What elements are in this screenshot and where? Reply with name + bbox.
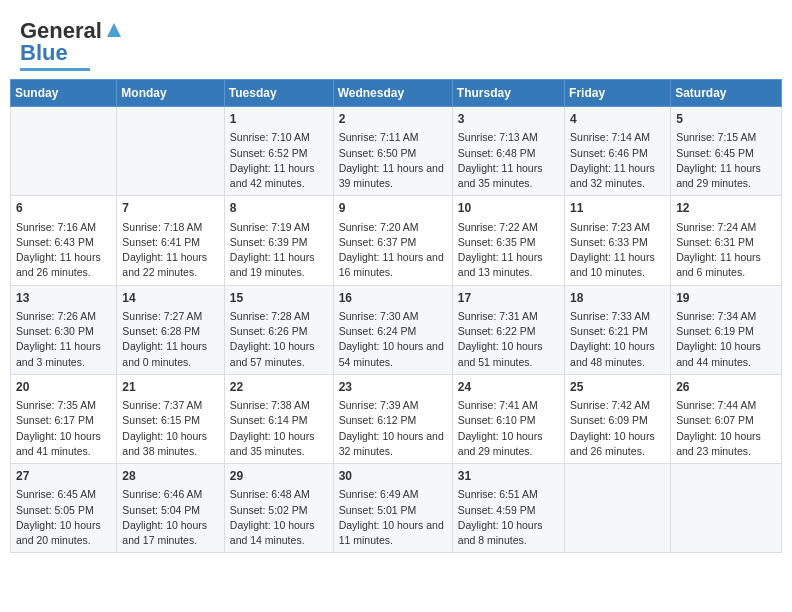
day-info: Sunrise: 7:26 AMSunset: 6:30 PMDaylight:… — [16, 309, 111, 370]
calendar-cell: 31Sunrise: 6:51 AMSunset: 4:59 PMDayligh… — [452, 464, 564, 553]
day-number: 21 — [122, 379, 218, 396]
calendar-cell: 29Sunrise: 6:48 AMSunset: 5:02 PMDayligh… — [224, 464, 333, 553]
day-of-week-header: Monday — [117, 80, 224, 107]
day-info: Sunrise: 7:34 AMSunset: 6:19 PMDaylight:… — [676, 309, 776, 370]
day-of-week-header: Friday — [565, 80, 671, 107]
calendar-cell: 5Sunrise: 7:15 AMSunset: 6:45 PMDaylight… — [671, 107, 782, 196]
day-number: 3 — [458, 111, 559, 128]
calendar-cell: 30Sunrise: 6:49 AMSunset: 5:01 PMDayligh… — [333, 464, 452, 553]
day-info: Sunrise: 7:18 AMSunset: 6:41 PMDaylight:… — [122, 220, 218, 281]
calendar-cell: 8Sunrise: 7:19 AMSunset: 6:39 PMDaylight… — [224, 196, 333, 285]
day-number: 19 — [676, 290, 776, 307]
day-number: 29 — [230, 468, 328, 485]
day-number: 23 — [339, 379, 447, 396]
day-number: 16 — [339, 290, 447, 307]
day-info: Sunrise: 7:39 AMSunset: 6:12 PMDaylight:… — [339, 398, 447, 459]
day-info: Sunrise: 7:20 AMSunset: 6:37 PMDaylight:… — [339, 220, 447, 281]
day-info: Sunrise: 7:16 AMSunset: 6:43 PMDaylight:… — [16, 220, 111, 281]
calendar-cell: 23Sunrise: 7:39 AMSunset: 6:12 PMDayligh… — [333, 374, 452, 463]
calendar-cell: 10Sunrise: 7:22 AMSunset: 6:35 PMDayligh… — [452, 196, 564, 285]
day-number: 15 — [230, 290, 328, 307]
day-number: 22 — [230, 379, 328, 396]
logo-arrow-icon — [103, 19, 125, 41]
day-info: Sunrise: 7:33 AMSunset: 6:21 PMDaylight:… — [570, 309, 665, 370]
calendar-cell: 28Sunrise: 6:46 AMSunset: 5:04 PMDayligh… — [117, 464, 224, 553]
logo: General Blue — [20, 18, 125, 71]
calendar-cell: 9Sunrise: 7:20 AMSunset: 6:37 PMDaylight… — [333, 196, 452, 285]
day-info: Sunrise: 7:35 AMSunset: 6:17 PMDaylight:… — [16, 398, 111, 459]
day-number: 11 — [570, 200, 665, 217]
day-info: Sunrise: 7:22 AMSunset: 6:35 PMDaylight:… — [458, 220, 559, 281]
day-info: Sunrise: 7:19 AMSunset: 6:39 PMDaylight:… — [230, 220, 328, 281]
svg-marker-0 — [107, 23, 121, 37]
calendar-cell — [11, 107, 117, 196]
day-number: 28 — [122, 468, 218, 485]
day-info: Sunrise: 7:41 AMSunset: 6:10 PMDaylight:… — [458, 398, 559, 459]
day-number: 6 — [16, 200, 111, 217]
day-number: 2 — [339, 111, 447, 128]
calendar-cell: 7Sunrise: 7:18 AMSunset: 6:41 PMDaylight… — [117, 196, 224, 285]
day-number: 31 — [458, 468, 559, 485]
calendar-table: SundayMondayTuesdayWednesdayThursdayFrid… — [10, 79, 782, 553]
day-info: Sunrise: 7:30 AMSunset: 6:24 PMDaylight:… — [339, 309, 447, 370]
day-number: 27 — [16, 468, 111, 485]
day-info: Sunrise: 7:10 AMSunset: 6:52 PMDaylight:… — [230, 130, 328, 191]
logo-blue: Blue — [20, 40, 68, 66]
day-number: 8 — [230, 200, 328, 217]
day-number: 26 — [676, 379, 776, 396]
day-info: Sunrise: 7:15 AMSunset: 6:45 PMDaylight:… — [676, 130, 776, 191]
day-number: 17 — [458, 290, 559, 307]
calendar-cell — [565, 464, 671, 553]
day-info: Sunrise: 7:13 AMSunset: 6:48 PMDaylight:… — [458, 130, 559, 191]
calendar-cell: 14Sunrise: 7:27 AMSunset: 6:28 PMDayligh… — [117, 285, 224, 374]
day-number: 4 — [570, 111, 665, 128]
day-of-week-header: Wednesday — [333, 80, 452, 107]
day-number: 13 — [16, 290, 111, 307]
day-info: Sunrise: 7:38 AMSunset: 6:14 PMDaylight:… — [230, 398, 328, 459]
day-info: Sunrise: 6:45 AMSunset: 5:05 PMDaylight:… — [16, 487, 111, 548]
calendar-cell: 26Sunrise: 7:44 AMSunset: 6:07 PMDayligh… — [671, 374, 782, 463]
calendar-cell — [671, 464, 782, 553]
day-info: Sunrise: 7:27 AMSunset: 6:28 PMDaylight:… — [122, 309, 218, 370]
day-info: Sunrise: 6:51 AMSunset: 4:59 PMDaylight:… — [458, 487, 559, 548]
calendar-cell: 20Sunrise: 7:35 AMSunset: 6:17 PMDayligh… — [11, 374, 117, 463]
day-number: 9 — [339, 200, 447, 217]
day-number: 24 — [458, 379, 559, 396]
day-of-week-header: Thursday — [452, 80, 564, 107]
calendar-cell: 4Sunrise: 7:14 AMSunset: 6:46 PMDaylight… — [565, 107, 671, 196]
day-info: Sunrise: 7:23 AMSunset: 6:33 PMDaylight:… — [570, 220, 665, 281]
day-number: 14 — [122, 290, 218, 307]
calendar-cell: 15Sunrise: 7:28 AMSunset: 6:26 PMDayligh… — [224, 285, 333, 374]
day-info: Sunrise: 7:37 AMSunset: 6:15 PMDaylight:… — [122, 398, 218, 459]
day-info: Sunrise: 7:14 AMSunset: 6:46 PMDaylight:… — [570, 130, 665, 191]
day-info: Sunrise: 7:11 AMSunset: 6:50 PMDaylight:… — [339, 130, 447, 191]
day-number: 7 — [122, 200, 218, 217]
day-info: Sunrise: 6:46 AMSunset: 5:04 PMDaylight:… — [122, 487, 218, 548]
day-info: Sunrise: 7:24 AMSunset: 6:31 PMDaylight:… — [676, 220, 776, 281]
day-of-week-header: Tuesday — [224, 80, 333, 107]
day-info: Sunrise: 7:28 AMSunset: 6:26 PMDaylight:… — [230, 309, 328, 370]
day-info: Sunrise: 7:44 AMSunset: 6:07 PMDaylight:… — [676, 398, 776, 459]
day-number: 25 — [570, 379, 665, 396]
day-info: Sunrise: 7:42 AMSunset: 6:09 PMDaylight:… — [570, 398, 665, 459]
calendar-cell: 13Sunrise: 7:26 AMSunset: 6:30 PMDayligh… — [11, 285, 117, 374]
day-number: 20 — [16, 379, 111, 396]
day-number: 30 — [339, 468, 447, 485]
calendar-cell: 21Sunrise: 7:37 AMSunset: 6:15 PMDayligh… — [117, 374, 224, 463]
calendar-cell: 17Sunrise: 7:31 AMSunset: 6:22 PMDayligh… — [452, 285, 564, 374]
calendar-cell: 2Sunrise: 7:11 AMSunset: 6:50 PMDaylight… — [333, 107, 452, 196]
day-info: Sunrise: 6:49 AMSunset: 5:01 PMDaylight:… — [339, 487, 447, 548]
page-header: General Blue — [10, 10, 782, 79]
calendar-cell: 3Sunrise: 7:13 AMSunset: 6:48 PMDaylight… — [452, 107, 564, 196]
calendar-cell: 27Sunrise: 6:45 AMSunset: 5:05 PMDayligh… — [11, 464, 117, 553]
calendar-cell: 11Sunrise: 7:23 AMSunset: 6:33 PMDayligh… — [565, 196, 671, 285]
calendar-cell: 22Sunrise: 7:38 AMSunset: 6:14 PMDayligh… — [224, 374, 333, 463]
calendar-cell: 1Sunrise: 7:10 AMSunset: 6:52 PMDaylight… — [224, 107, 333, 196]
day-info: Sunrise: 7:31 AMSunset: 6:22 PMDaylight:… — [458, 309, 559, 370]
day-of-week-header: Saturday — [671, 80, 782, 107]
logo-underline — [20, 68, 90, 71]
calendar-cell: 18Sunrise: 7:33 AMSunset: 6:21 PMDayligh… — [565, 285, 671, 374]
calendar-cell: 12Sunrise: 7:24 AMSunset: 6:31 PMDayligh… — [671, 196, 782, 285]
day-number: 5 — [676, 111, 776, 128]
day-number: 12 — [676, 200, 776, 217]
